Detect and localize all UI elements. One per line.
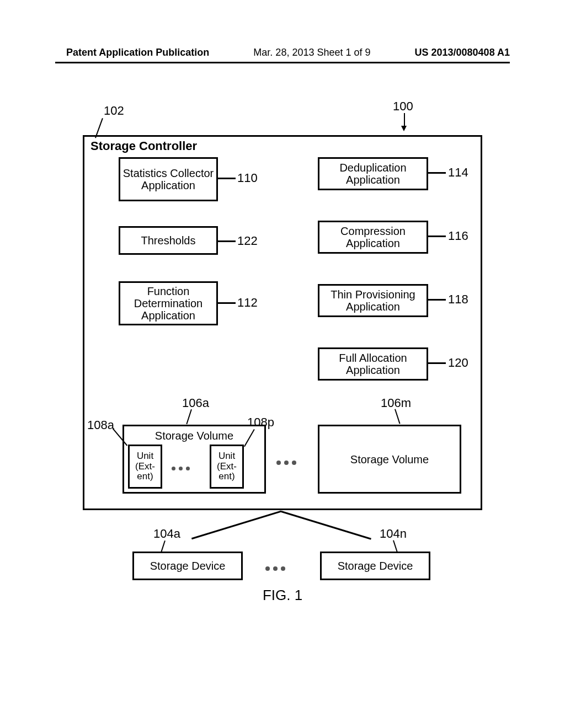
- ref-106a: 106a: [182, 396, 209, 410]
- storage-volume-a-text: Storage Volume: [155, 430, 233, 442]
- dots-volumes: [275, 457, 298, 468]
- thin-provisioning-text: Thin Provisioning Application: [322, 288, 424, 313]
- ref-116: 116: [448, 229, 468, 243]
- lead-110: [218, 178, 236, 179]
- unit-108a: Unit (Ext-ent): [128, 445, 162, 489]
- ref-104n: 104n: [380, 527, 407, 541]
- storage-device-a: Storage Device: [132, 552, 243, 580]
- tri-left: [191, 511, 281, 539]
- ref-110: 110: [237, 171, 258, 185]
- lead-120: [428, 362, 446, 364]
- lead-100-arrow: [401, 126, 407, 131]
- header-left: Patent Application Publication: [66, 47, 209, 58]
- dots-units: [170, 462, 191, 474]
- full-allocation-block: Full Allocation Application: [318, 347, 428, 381]
- storage-volume-m: Storage Volume: [318, 425, 461, 494]
- thin-provisioning-block: Thin Provisioning Application: [318, 284, 428, 317]
- deduplication-text: Deduplication Application: [322, 162, 424, 186]
- statistics-collector-block: Statistics Collector Application: [119, 157, 218, 201]
- storage-volume-m-text: Storage Volume: [350, 453, 429, 465]
- function-determination-text: Function Determination Application: [122, 285, 214, 322]
- storage-device-a-text: Storage Device: [150, 560, 226, 572]
- function-determination-block: Function Determination Application: [119, 281, 218, 325]
- lead-118: [428, 299, 446, 301]
- figure-caption: FIG. 1: [0, 587, 565, 604]
- full-allocation-text: Full Allocation Application: [322, 352, 424, 376]
- ref-108a: 108a: [87, 418, 114, 432]
- deduplication-block: Deduplication Application: [318, 157, 428, 190]
- ref-118: 118: [448, 292, 468, 307]
- ref-102: 102: [104, 104, 124, 118]
- compression-text: Compression Application: [322, 225, 424, 249]
- ref-112: 112: [237, 296, 258, 310]
- lead-122: [218, 240, 236, 242]
- ref-122: 122: [237, 234, 258, 248]
- storage-device-n: Storage Device: [320, 552, 430, 580]
- compression-block: Compression Application: [318, 221, 428, 254]
- lead-114: [428, 172, 446, 174]
- thresholds-block: Thresholds: [119, 226, 218, 255]
- header-center: Mar. 28, 2013 Sheet 1 of 9: [253, 47, 370, 58]
- lead-100-line: [404, 113, 405, 126]
- lead-112: [218, 302, 236, 304]
- tri-right: [281, 511, 371, 539]
- ref-108p: 108p: [247, 415, 274, 430]
- unit-108p: Unit (Ext-ent): [210, 445, 244, 489]
- statistics-collector-text: Statistics Collector Application: [122, 167, 214, 191]
- header-rule: [55, 62, 510, 63]
- thresholds-text: Thresholds: [141, 234, 196, 247]
- ref-100: 100: [393, 99, 413, 114]
- ref-106m: 106m: [381, 396, 411, 410]
- unit-108a-text: Unit (Ext-ent): [132, 451, 158, 482]
- unit-108p-text: Unit (Ext-ent): [214, 451, 240, 482]
- page-header: Patent Application Publication Mar. 28, …: [0, 47, 565, 58]
- lead-116: [428, 235, 446, 237]
- dots-devices: [264, 563, 287, 574]
- storage-controller-label: Storage Controller: [90, 139, 197, 153]
- ref-114: 114: [448, 165, 468, 180]
- ref-104a: 104a: [153, 527, 180, 541]
- storage-device-n-text: Storage Device: [338, 560, 413, 572]
- ref-120: 120: [448, 356, 468, 370]
- header-right: US 2013/0080408 A1: [415, 47, 510, 58]
